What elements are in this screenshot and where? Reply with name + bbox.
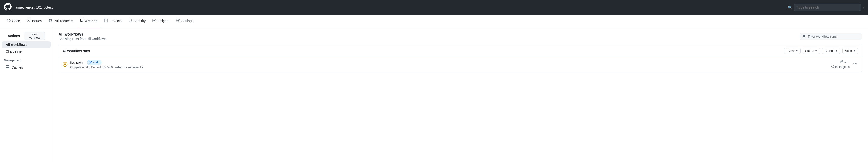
top-search-icon: 🔍	[788, 5, 793, 10]
pr-icon	[49, 19, 52, 23]
security-icon	[128, 19, 132, 23]
sidebar-item-all-workflows[interactable]: All workflows	[2, 41, 51, 48]
run-title-row: fix: path main	[70, 60, 829, 65]
actions-icon	[80, 19, 84, 23]
settings-icon	[176, 19, 180, 23]
sidebar: Actions New workflow All workflows CI pi…	[0, 27, 53, 162]
runs-header: 40 workflow runs Event ▼ Status ▼ Branch…	[59, 45, 862, 57]
nav-security-label: Security	[133, 19, 146, 23]
sidebar-management-label: Management	[0, 55, 53, 63]
repo-navigation: Code Issues Pull requests Actions Projec…	[0, 15, 868, 27]
run-branch-badge[interactable]: main	[87, 60, 101, 65]
search-shortcut: /	[863, 6, 864, 9]
sidebar-section-header: Actions New workflow	[0, 31, 53, 41]
projects-icon	[104, 19, 108, 23]
run-commit-ref: #40	[85, 65, 89, 69]
sidebar-all-workflows-label: All workflows	[6, 43, 27, 47]
top-search-container: 🔍 /	[788, 4, 864, 11]
content-header: All workflows Showing runs from all work…	[59, 32, 862, 41]
run-duration-label: In progress	[835, 65, 849, 69]
run-title[interactable]: fix: path	[70, 60, 83, 64]
new-workflow-button[interactable]: New workflow	[24, 32, 45, 40]
main-layout: Actions New workflow All workflows CI pi…	[0, 27, 868, 162]
branch-chevron-icon: ▼	[835, 50, 838, 52]
page-title: All workflows	[59, 32, 106, 36]
filter-workflow-input[interactable]	[800, 33, 862, 40]
caches-icon	[6, 65, 9, 70]
sidebar-caches-label: Caches	[11, 65, 23, 69]
issues-icon	[27, 19, 30, 23]
run-commit-msg: Commit 37c7ad0 pushed by anneglienke	[91, 65, 143, 69]
actor-chevron-icon: ▼	[853, 50, 856, 52]
nav-settings[interactable]: Settings	[173, 15, 196, 27]
nav-pull-requests[interactable]: Pull requests	[45, 15, 76, 27]
sidebar-title: Actions	[4, 33, 24, 40]
run-meta: CI pipeline #40: Commit 37c7ad0 pushed b…	[70, 65, 829, 69]
github-logo[interactable]	[4, 3, 11, 12]
runs-container: 40 workflow runs Event ▼ Status ▼ Branch…	[59, 45, 862, 72]
sidebar-item-ci-pipeline[interactable]: CI pipeline	[2, 48, 51, 55]
sidebar-ci-pipeline-label: CI pipeline	[6, 50, 22, 53]
event-chevron-icon: ▼	[796, 50, 798, 52]
status-filter-label: Status	[805, 49, 814, 53]
nav-issues-label: Issues	[32, 19, 41, 23]
run-time-info: now In progress	[831, 60, 849, 69]
actor-filter-label: Actor	[845, 49, 852, 53]
nav-code-label: Code	[12, 19, 20, 23]
top-search-input[interactable]	[794, 4, 861, 11]
calendar-icon	[840, 60, 843, 64]
nav-code[interactable]: Code	[4, 15, 23, 27]
status-filter-button[interactable]: Status ▼	[803, 48, 820, 54]
runs-count: 40 workflow runs	[63, 49, 90, 53]
code-icon	[7, 19, 10, 23]
content-title-block: All workflows Showing runs from all work…	[59, 32, 106, 41]
nav-projects-label: Projects	[109, 19, 122, 23]
nav-settings-label: Settings	[181, 19, 193, 23]
nav-actions[interactable]: Actions	[77, 15, 100, 27]
run-branch-name: main	[93, 61, 99, 64]
in-progress-dot	[64, 63, 66, 65]
event-filter-label: Event	[787, 49, 795, 53]
branch-filter-button[interactable]: Branch ▼	[822, 48, 840, 54]
filter-search-container	[800, 33, 862, 40]
table-row: fix: path main CI pipeline #40: Commit 3…	[59, 57, 862, 72]
page-subtitle: Showing runs from all workflows	[59, 37, 106, 41]
repo-title[interactable]: anneglienke / 101_pytest	[16, 5, 53, 9]
run-status-in-progress-icon	[63, 62, 67, 67]
event-filter-button[interactable]: Event ▼	[784, 48, 801, 54]
status-chevron-icon: ▼	[815, 50, 817, 52]
nav-insights-label: Insights	[158, 19, 169, 23]
actor-filter-button[interactable]: Actor ▼	[842, 48, 858, 54]
nav-insights[interactable]: Insights	[149, 15, 172, 27]
main-content: All workflows Showing runs from all work…	[53, 27, 868, 162]
run-time-row: now	[840, 60, 849, 64]
run-info: fix: path main CI pipeline #40: Commit 3…	[70, 60, 829, 69]
top-navigation: anneglienke / 101_pytest 🔍 /	[0, 0, 868, 15]
run-more-options-button[interactable]	[852, 61, 858, 68]
runs-filters: Event ▼ Status ▼ Branch ▼ Actor ▼	[784, 48, 858, 54]
filter-search-icon	[802, 35, 806, 39]
run-workflow-name: CI pipeline	[70, 65, 84, 69]
nav-pr-label: Pull requests	[54, 19, 73, 23]
nav-projects[interactable]: Projects	[101, 15, 124, 27]
insights-icon	[152, 19, 156, 23]
nav-issues[interactable]: Issues	[24, 15, 44, 27]
run-time-label: now	[844, 60, 849, 64]
nav-actions-label: Actions	[85, 19, 97, 23]
clock-icon	[831, 65, 834, 69]
branch-filter-label: Branch	[825, 49, 834, 53]
run-duration-row: In progress	[831, 65, 849, 69]
sidebar-item-caches[interactable]: Caches	[2, 63, 51, 71]
nav-security[interactable]: Security	[125, 15, 149, 27]
